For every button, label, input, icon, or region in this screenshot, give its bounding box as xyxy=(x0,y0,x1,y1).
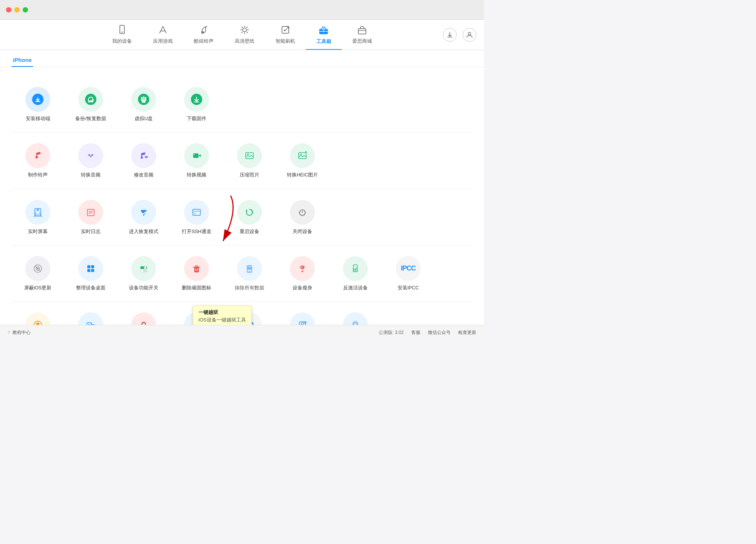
tool-manage-profile[interactable]: 管理描述文件 xyxy=(276,309,329,325)
manage-profile-icon xyxy=(290,312,315,325)
tool-restart-device[interactable]: 重启设备 xyxy=(223,197,276,238)
tool-modify-audio[interactable]: 修改音频 xyxy=(117,140,170,181)
tool-download-firmware[interactable]: 下载固件 xyxy=(170,84,223,125)
device-slim-icon xyxy=(290,256,315,281)
nav-item-wallpaper[interactable]: 高清壁纸 xyxy=(224,20,265,50)
apps-games-icon xyxy=(158,25,168,36)
update-link[interactable]: 检查更新 xyxy=(458,329,476,336)
nav-label-my-device: 我的设备 xyxy=(112,38,132,45)
tool-deactivate-device[interactable]: 反激活设备 xyxy=(329,253,382,294)
tooltip-desc: iOS设备一键越狱工具 xyxy=(198,317,246,323)
svg-point-50 xyxy=(194,154,195,155)
tool-virtual-location[interactable]: 虚拟定位 xyxy=(117,309,170,325)
minimize-button[interactable] xyxy=(14,7,20,12)
svg-point-26 xyxy=(85,94,96,105)
tool-shutdown-device[interactable]: 关闭设备 xyxy=(276,197,329,238)
tool-delete-stubborn-icon[interactable]: 删除顽固图标 xyxy=(170,253,223,294)
nav-item-toolbox[interactable]: 工具箱 xyxy=(306,20,342,50)
nav-item-ringtones[interactable]: 酷炫铃声 xyxy=(183,20,224,50)
nav-label-toolbox: 工具箱 xyxy=(316,38,331,45)
svg-rect-84 xyxy=(194,267,199,272)
nav-item-my-device[interactable]: 我的设备 xyxy=(102,20,143,50)
unlock-time-limit-icon xyxy=(25,312,50,325)
tool-install-ipcc[interactable]: IPCC 安装IPCC xyxy=(382,253,435,294)
tool-row-4: 屏蔽iOS更新 整理设备桌面 xyxy=(11,246,472,302)
recovery-mode-icon xyxy=(131,200,156,225)
tool-backup-restore[interactable]: 备份/恢复数据 xyxy=(64,84,117,125)
svg-point-81 xyxy=(144,266,146,269)
face-id-detect-icon xyxy=(343,312,368,325)
shutdown-device-icon xyxy=(290,200,315,225)
convert-audio-icon xyxy=(78,143,103,168)
wallpaper-icon xyxy=(240,25,249,36)
account-button[interactable] xyxy=(463,28,476,42)
svg-point-83 xyxy=(141,270,143,272)
tool-make-ringtone[interactable]: + 制作铃声 xyxy=(11,140,64,181)
nav-item-apps-games[interactable]: 应用游戏 xyxy=(143,20,183,50)
tool-convert-heic[interactable]: 转换HEIC图片 xyxy=(276,140,329,181)
maximize-button[interactable] xyxy=(23,7,28,12)
tool-one-click-jailbreak[interactable]: 一键越狱 一键越狱 iOS设备一键越狱工具 xyxy=(170,309,223,325)
tool-organize-desktop[interactable]: 整理设备桌面 xyxy=(64,253,117,294)
jailbreak-tooltip: 一键越狱 iOS设备一键越狱工具 xyxy=(193,306,252,325)
main-content: 安装移动端 备份/恢复数据 xyxy=(0,67,484,325)
svg-marker-49 xyxy=(198,154,201,157)
tool-convert-video[interactable]: 转换视频 xyxy=(170,140,223,181)
delete-stubborn-icon-icon xyxy=(184,256,209,281)
convert-heic-icon xyxy=(290,143,315,168)
store-icon xyxy=(357,25,367,36)
tool-convert-audio[interactable]: 转换音频 xyxy=(64,140,117,181)
tool-virtual-udisk[interactable]: 虚拟U盘 xyxy=(117,84,170,125)
batch-activate-icon xyxy=(78,312,103,325)
install-ipcc-icon: IPCC xyxy=(396,256,421,281)
svg-point-31 xyxy=(143,98,143,99)
tool-device-slim[interactable]: 设备瘦身 xyxy=(276,253,329,294)
ringtones-icon xyxy=(199,25,209,36)
tab-iphone[interactable]: iPhone xyxy=(11,57,33,67)
backup-restore-icon xyxy=(78,87,103,112)
tool-device-function-switch[interactable]: 设备功能开关 xyxy=(117,253,170,294)
svg-marker-66 xyxy=(246,209,248,212)
help-center-link[interactable]: 教程中心 xyxy=(12,329,31,336)
organize-desktop-icon xyxy=(78,256,103,281)
svg-point-75 xyxy=(37,267,39,269)
tool-erase-all-data[interactable]: 抹除所有数据 xyxy=(223,253,276,294)
svg-point-114 xyxy=(356,323,356,324)
tab-bar: iPhone xyxy=(0,50,484,67)
open-ssh-icon: >_ xyxy=(184,200,209,225)
tool-batch-activate[interactable]: 批量激活 xyxy=(64,309,117,325)
svg-point-113 xyxy=(355,323,355,324)
svg-rect-79 xyxy=(91,269,94,272)
svg-point-91 xyxy=(301,266,302,267)
device-function-switch-icon xyxy=(131,256,156,281)
close-button[interactable] xyxy=(6,7,11,12)
tool-row-2: + 制作铃声 转换音频 xyxy=(11,133,472,189)
tool-realtime-log[interactable]: 实时日志 xyxy=(64,197,117,238)
wechat-link[interactable]: 微信公众号 xyxy=(428,329,451,336)
tool-recovery-mode[interactable]: 进入恢复模式 xyxy=(117,197,170,238)
nav-item-store[interactable]: 爱思商城 xyxy=(342,20,383,50)
svg-point-32 xyxy=(144,98,145,99)
realtime-screen-icon xyxy=(25,200,50,225)
tool-unlock-time-limit[interactable]: 破解时间限额 xyxy=(11,309,64,325)
tool-open-ssh[interactable]: >_ 打开SSH通道 xyxy=(170,197,223,238)
download-button[interactable] xyxy=(443,28,457,42)
tool-face-id-detect[interactable]: 面容ID检测 xyxy=(329,309,382,325)
svg-point-68 xyxy=(252,211,253,212)
tool-realtime-screen[interactable]: 实时屏幕 xyxy=(11,197,64,238)
svg-line-4 xyxy=(206,26,207,27)
status-bar: ? 教程中心 公测版: 3.02 客服 微信公众号 检查更新 xyxy=(0,325,484,340)
svg-point-22 xyxy=(468,32,471,35)
nav-item-smart-flash[interactable]: 智能刷机 xyxy=(265,20,306,50)
svg-line-11 xyxy=(246,32,248,33)
tool-compress-photo[interactable]: 压缩照片 xyxy=(223,140,276,181)
svg-line-12 xyxy=(241,32,242,33)
convert-video-icon xyxy=(184,143,209,168)
restart-device-icon xyxy=(237,200,262,225)
tool-install-mobile[interactable]: 安装移动端 xyxy=(11,84,64,125)
svg-rect-27 xyxy=(88,100,93,102)
nav-label-apps-games: 应用游戏 xyxy=(153,38,173,45)
service-link[interactable]: 客服 xyxy=(411,329,420,336)
help-icon: ? xyxy=(8,330,10,335)
tool-block-ios-update[interactable]: 屏蔽iOS更新 xyxy=(11,253,64,294)
